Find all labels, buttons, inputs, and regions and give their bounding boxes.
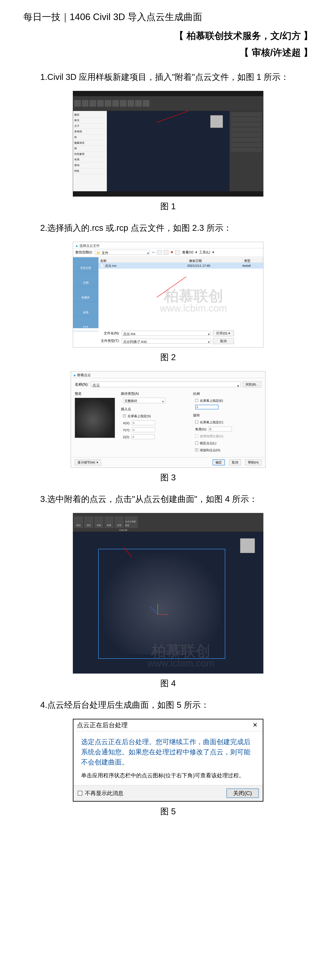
name-combo[interactable]: 点云 (91, 382, 241, 387)
dialog-title: ▲ 附着点云 (71, 371, 265, 378)
figure-5-message-box: 点云正在后台处理 ✕ 选定点云正在后台处理。您可继续工作，曲面创建完成后系统会通… (73, 719, 263, 802)
drawing-canvas[interactable]: 柏慕联创 www.lcbim.com (73, 532, 263, 673)
tree-item[interactable]: 文字 (74, 123, 106, 129)
property-row[interactable] (231, 132, 262, 137)
place-favorites[interactable]: 收藏夹 (73, 287, 98, 302)
ribbon-button[interactable] (135, 100, 142, 107)
pathtype-combo[interactable]: 完整路径 (123, 398, 165, 403)
name-label: 名称(N): (75, 381, 89, 388)
place-desktop[interactable]: 桌面 (73, 302, 98, 317)
col-name[interactable]: 名称 (98, 257, 187, 262)
property-row[interactable] (231, 112, 262, 116)
drawing-canvas[interactable] (107, 111, 229, 191)
tree-item[interactable]: 多段线 (74, 129, 106, 135)
new-folder-button[interactable] (164, 250, 168, 255)
dialog-title-text: 选择点云文件 (79, 244, 100, 248)
col-date[interactable]: 修改日期 (187, 257, 242, 262)
toolspace-panel[interactable]: 图层 标注 文字 多段线 块 图案填充 组 外部参照 布局 查询 特性 (73, 111, 107, 191)
open-button[interactable]: 打开(O)▾ (213, 330, 234, 336)
properties-panel[interactable] (229, 111, 263, 191)
tree-item[interactable]: 查询 (74, 163, 106, 169)
ribbon-button[interactable]: 特性 (84, 517, 93, 528)
cancel-button[interactable]: 取消 (229, 460, 241, 465)
place-history[interactable]: 历史记录 (73, 257, 98, 272)
ribbon-button[interactable] (128, 100, 134, 107)
property-row[interactable] (231, 138, 262, 142)
place-documents[interactable]: 文档 (73, 272, 98, 287)
property-row[interactable] (231, 127, 262, 132)
filename-combo[interactable]: 点云.rcs (122, 331, 211, 336)
place-ftp[interactable]: FTP (73, 317, 98, 331)
ribbon-button[interactable] (97, 100, 104, 107)
angle-field[interactable] (208, 427, 232, 431)
back-icon[interactable]: ⇦ (152, 250, 155, 256)
viewcube-icon[interactable] (210, 115, 223, 128)
step-4-text: 4.点云经后台处理后生成曲面，如图 5 所示： (23, 697, 313, 713)
help-button[interactable]: 帮助(H) (245, 460, 261, 465)
views-button[interactable] (175, 250, 180, 255)
figure-4-pointcloud-view: 图层 特性 剪裁 附着 管理 从点云创建曲面 Civil 3D 柏慕联创 www… (73, 513, 263, 673)
filename-label: 文件名(N): (101, 330, 120, 336)
create-surface-from-pc-button[interactable]: 从点云创建曲面 (125, 517, 138, 528)
ribbon-button[interactable] (74, 100, 81, 107)
z-label: Z(Z): (123, 434, 130, 440)
noremind-checkbox[interactable] (78, 791, 82, 795)
caption-2: 图 2 (23, 350, 313, 365)
tree-item[interactable]: 特性 (74, 169, 106, 174)
tree-item[interactable]: 图案填充 (74, 140, 106, 146)
geo-checkbox (195, 434, 198, 438)
up-folder-button[interactable] (157, 250, 162, 255)
rotate-onscreen-checkbox[interactable] (195, 421, 198, 423)
message-text: 选定点云正在后台处理。您可继续工作，曲面创建完成后系统会通知您。如果您在处理过程… (74, 731, 263, 769)
rotate-label: 旋转 (193, 412, 261, 418)
ribbon-button[interactable] (105, 100, 111, 107)
ok-button[interactable]: 确定 (213, 460, 225, 465)
scale-onscreen-checkbox[interactable] (195, 399, 198, 402)
file-row[interactable]: 📄 点云.rcs 2021/1/11 17:40 Autod (98, 263, 263, 269)
property-row[interactable] (231, 148, 262, 152)
tree-item[interactable]: 图层 (74, 112, 106, 118)
axis-gizmo-icon[interactable] (157, 604, 174, 621)
cancel-button[interactable]: 取消 (213, 338, 234, 344)
scale-field[interactable] (195, 405, 219, 409)
property-row[interactable] (231, 143, 262, 147)
ribbon-button[interactable]: 剪裁 (94, 517, 103, 528)
caption-4: 图 4 (23, 676, 313, 691)
ribbon-toolbar: 图层 特性 剪裁 附着 管理 从点云创建曲面 Civil 3D (73, 513, 263, 532)
close-button[interactable]: 关闭(C) (227, 789, 259, 798)
ribbon-button[interactable]: 附着 (105, 517, 114, 528)
tree-item[interactable]: 标注 (74, 118, 106, 123)
ribbon-button[interactable] (82, 100, 88, 107)
property-row[interactable] (231, 123, 262, 127)
zoom-label: 缩放到点云(O) (200, 447, 221, 453)
ribbon-button[interactable] (112, 100, 119, 107)
hint-text: 单击应用程序状态栏中的点云图标(位于右下角)可查看该处理过程。 (74, 769, 263, 785)
close-icon[interactable]: ✕ (251, 721, 259, 729)
tree-item[interactable]: 组 (74, 146, 106, 151)
col-type[interactable]: 类型 (242, 257, 263, 262)
ribbon-button[interactable]: 管理 (115, 517, 124, 528)
onscreen-checkbox[interactable]: ✓ (123, 414, 126, 417)
ribbon-toolbar (73, 96, 263, 111)
zoom-checkbox[interactable]: ✓ (195, 449, 198, 452)
annotation-arrow-icon (157, 277, 186, 298)
file-list[interactable]: 名称 修改日期 类型 📄 点云.rcs 2021/1/11 17:40 Auto… (98, 257, 263, 328)
ribbon-button[interactable]: 图层 (74, 517, 83, 528)
lock-checkbox[interactable] (195, 442, 198, 444)
browse-button[interactable]: 浏览(B)... (243, 382, 261, 387)
filetype-combo[interactable]: 点云扫描 (*.rcs) (122, 339, 211, 344)
lookin-combo[interactable]: 📁 文件 (95, 250, 150, 255)
delete-icon[interactable]: ✖ (170, 250, 173, 256)
ribbon-button[interactable] (90, 100, 96, 107)
tree-item[interactable]: 外部参照 (74, 151, 106, 157)
tree-item[interactable]: 块 (74, 135, 106, 140)
property-row[interactable] (231, 117, 262, 121)
ribbon-button[interactable] (143, 100, 149, 107)
viewcube-icon[interactable] (240, 538, 255, 553)
tools-menu[interactable]: 工具(L) (199, 250, 210, 256)
tree-item[interactable]: 布局 (74, 157, 106, 163)
ribbon-button[interactable] (120, 100, 126, 107)
show-detail-button[interactable]: 显示细节(W)▾ (75, 460, 101, 465)
y-field (132, 428, 155, 432)
views-menu[interactable]: 查看(V) (182, 250, 193, 256)
